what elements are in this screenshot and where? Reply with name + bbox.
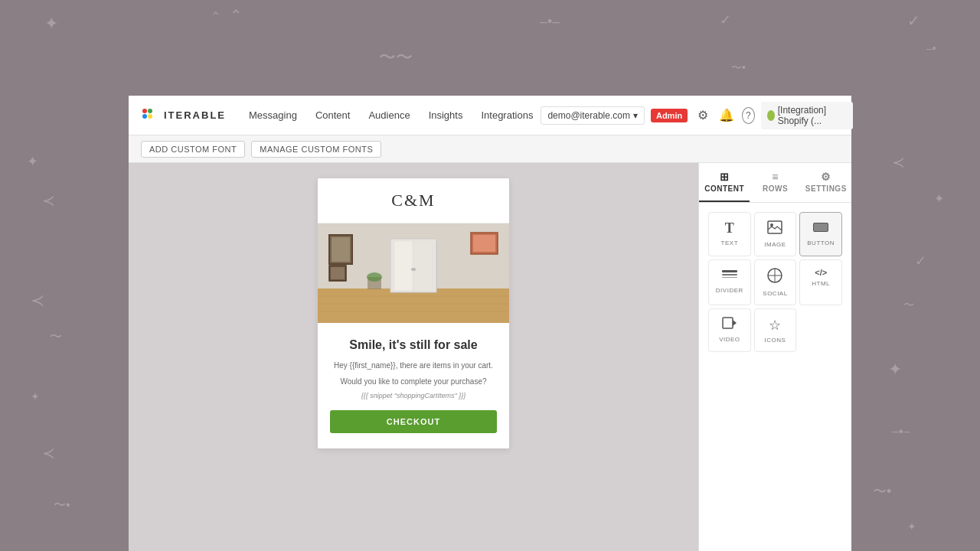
image-item-label: IMAGE: [764, 241, 786, 248]
svg-rect-11: [414, 241, 433, 291]
main-content: C&M: [129, 163, 851, 551]
tab-rows-label: ROWS: [763, 184, 788, 193]
chevron-down-icon: ▾: [633, 110, 638, 121]
content-item-text[interactable]: T TEXT: [708, 212, 751, 256]
svg-point-0: [142, 109, 147, 113]
image-icon: [767, 220, 782, 238]
content-item-social[interactable]: SOCIAL: [754, 259, 797, 305]
email-brand-logo: C&M: [330, 191, 497, 210]
svg-rect-20: [436, 241, 437, 291]
svg-marker-34: [733, 320, 737, 326]
svg-rect-10: [394, 241, 413, 291]
svg-rect-29: [722, 277, 737, 278]
text-icon: T: [725, 220, 734, 236]
settings-tab-icon: ⚙: [804, 171, 848, 183]
right-panel: ⊞ CONTENT ≡ ROWS ⚙ SETTINGS T TEXT: [698, 163, 851, 551]
email-hero-image: [318, 223, 509, 323]
settings-icon[interactable]: ⚙: [694, 103, 711, 128]
navbar-right: demo@iterable.com ▾ Admin ⚙ 🔔 ? [Integra…: [541, 102, 852, 129]
social-item-label: SOCIAL: [763, 290, 787, 297]
rows-tab-icon: ≡: [753, 171, 797, 183]
email-line2: Would you like to complete your purchase…: [330, 376, 497, 387]
tab-content[interactable]: ⊞ CONTENT: [699, 163, 750, 202]
logo-icon: [141, 107, 158, 124]
tab-settings[interactable]: ⚙ SETTINGS: [801, 163, 851, 202]
content-item-button[interactable]: BUTTON: [799, 212, 842, 256]
svg-rect-5: [318, 289, 509, 323]
svg-point-3: [148, 114, 152, 119]
panel-tabs: ⊞ CONTENT ≡ ROWS ⚙ SETTINGS: [699, 163, 851, 203]
email-header: C&M: [318, 178, 509, 223]
svg-rect-15: [332, 237, 350, 262]
add-custom-font-button[interactable]: ADD CUSTOM FONT: [141, 141, 245, 158]
nav-links: Messaging Content Audience Insights Inte…: [241, 105, 541, 126]
button-icon: [812, 220, 829, 236]
video-item-label: VIDEO: [719, 336, 740, 343]
content-item-divider[interactable]: DIVIDER: [708, 259, 751, 305]
account-email: demo@iterable.com: [547, 110, 630, 121]
email-headline: Smile, it's still for sale: [330, 338, 497, 352]
room-scene-svg: [318, 223, 509, 323]
email-line1: Hey {{first_name}}, there are items in y…: [330, 360, 497, 371]
svg-rect-33: [723, 318, 733, 328]
svg-rect-17: [331, 267, 345, 279]
content-item-html[interactable]: </> HTML: [799, 259, 842, 305]
email-preview: C&M: [129, 163, 698, 551]
html-item-label: HTML: [812, 280, 830, 287]
svg-rect-19: [473, 235, 495, 252]
help-icon[interactable]: ?: [742, 107, 755, 124]
nav-insights[interactable]: Insights: [421, 105, 471, 126]
svg-rect-28: [722, 274, 737, 276]
nav-audience[interactable]: Audience: [361, 105, 417, 126]
admin-badge: Admin: [651, 109, 688, 122]
nav-integrations[interactable]: Integrations: [473, 105, 541, 126]
shopify-icon: [767, 110, 775, 121]
svg-rect-23: [768, 221, 782, 233]
tab-rows[interactable]: ≡ ROWS: [750, 163, 800, 202]
button-item-label: BUTTON: [807, 240, 835, 246]
tab-content-label: CONTENT: [704, 184, 744, 193]
content-tab-icon: ⊞: [702, 171, 746, 183]
svg-rect-26: [814, 223, 828, 231]
toolbar: ADD CUSTOM FONT MANAGE CUSTOM FONTS: [129, 135, 851, 163]
social-icon: [767, 268, 782, 287]
video-icon: [722, 317, 737, 333]
divider-item-label: DIVIDER: [716, 287, 743, 294]
text-item-label: TEXT: [721, 240, 738, 246]
content-item-icons[interactable]: ☆ ICONS: [754, 308, 797, 352]
svg-point-22: [367, 272, 382, 282]
manage-custom-fonts-button[interactable]: MANAGE CUSTOM FONTS: [251, 141, 381, 158]
shopify-tag[interactable]: [Integration] Shopify (...: [761, 102, 853, 129]
logo-text: ITERABLE: [164, 109, 226, 121]
panel-content-grid: T TEXT IMAGE: [699, 203, 851, 361]
divider-icon: [721, 268, 738, 284]
account-selector[interactable]: demo@iterable.com ▾: [541, 106, 645, 125]
shopify-label: [Integration] Shopify (...: [778, 105, 847, 126]
checkout-button[interactable]: CHECKOUT: [330, 410, 497, 433]
notifications-icon[interactable]: 🔔: [718, 103, 736, 128]
app-container: ITERABLE Messaging Content Audience Insi…: [0, 0, 980, 551]
svg-rect-27: [722, 270, 737, 272]
icons-item-label: ICONS: [765, 337, 786, 344]
tab-settings-label: SETTINGS: [805, 184, 847, 193]
nav-content[interactable]: Content: [308, 105, 358, 126]
email-card: C&M: [318, 178, 509, 448]
svg-point-13: [413, 268, 416, 271]
svg-point-2: [142, 114, 147, 119]
content-item-video[interactable]: VIDEO: [708, 308, 751, 352]
logo: ITERABLE: [141, 107, 226, 124]
html-icon: </>: [815, 268, 827, 277]
nav-messaging[interactable]: Messaging: [241, 105, 305, 126]
email-body: Smile, it's still for sale Hey {{first_n…: [318, 323, 509, 448]
icons-icon: ☆: [769, 317, 781, 334]
email-snippet-code: {{{ snippet "shoppingCartItems" }}}: [330, 392, 497, 399]
navbar: ITERABLE Messaging Content Audience Insi…: [129, 96, 851, 135]
svg-point-1: [148, 109, 152, 113]
content-item-image[interactable]: IMAGE: [754, 212, 797, 256]
